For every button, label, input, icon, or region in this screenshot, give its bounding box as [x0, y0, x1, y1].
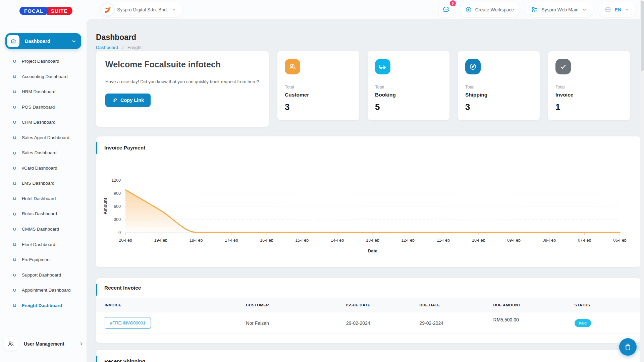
sidebar-item-accounting-dashboard[interactable]: Accounting Dashboard	[0, 69, 87, 84]
invoice-issue-date: 29-02-2024	[346, 320, 420, 326]
svg-text:15-Feb: 15-Feb	[296, 238, 309, 243]
page-title: Dashboard	[96, 33, 136, 42]
bullet-icon	[13, 136, 16, 139]
svg-text:0: 0	[118, 230, 121, 235]
stat-label: Total	[555, 84, 623, 89]
scrollbar[interactable]	[640, 0, 644, 362]
sidebar-item-cmms-dashboard[interactable]: CMMS Dashboard	[0, 222, 87, 237]
copy-link-label: Copy Link	[120, 98, 144, 103]
welcome-title: Welcome Focalsuite infotech	[105, 60, 259, 69]
invoice-payment-chart-area: 0300600900120020-Feb19-Feb18-Feb17-Feb16…	[96, 159, 641, 265]
svg-text:18-Feb: 18-Feb	[190, 238, 203, 243]
invoice-payment-chart: 0300600900120020-Feb19-Feb18-Feb17-Feb16…	[99, 161, 638, 265]
bullet-icon	[13, 90, 16, 94]
breadcrumb: Dashboard Freight	[96, 45, 142, 50]
welcome-card: Welcome Focalsuite infotech Have a nice …	[96, 51, 269, 127]
scrollbar-thumb[interactable]	[641, 1, 644, 71]
chevron-down-icon	[582, 7, 587, 12]
sidebar-item-sales-dashboard[interactable]: Sales Dashboard	[0, 145, 87, 161]
language-label: EN	[615, 7, 621, 12]
sidebar-item-fix-equipment[interactable]: Fix Equipment	[0, 252, 87, 267]
section-accent	[96, 284, 97, 296]
chevron-down-icon	[171, 7, 176, 12]
copy-link-button[interactable]: Copy Link	[105, 94, 151, 107]
chat-icon	[442, 5, 450, 14]
check-icon	[555, 59, 571, 74]
sidebar-item-user-management[interactable]: User Management	[4, 337, 84, 351]
section-accent	[96, 356, 97, 362]
bullet-icon	[13, 75, 16, 78]
invoice-table-row: #FRE-INVO00001 Nor Faizah 29-02-2024 29-…	[96, 312, 641, 334]
invoice-customer: Nor Faizah	[246, 320, 346, 326]
sidebar-item-freight-dashboard[interactable]: Freight Dashboard	[0, 298, 87, 313]
column-status: STATUS	[575, 303, 632, 307]
stat-name: Shipping	[465, 92, 532, 98]
logo-suite: SUITE	[45, 7, 72, 15]
invoice-due-date: 29-02-2024	[419, 320, 493, 326]
sidebar-item-project-dashboard[interactable]: Project Dashboard	[0, 54, 87, 69]
quick-action-fab[interactable]	[619, 338, 637, 356]
bullet-icon	[13, 212, 16, 216]
svg-text:12-Feb: 12-Feb	[401, 238, 415, 243]
sidebar-item-hotel-dashboard[interactable]: Hotel Dashboard	[0, 191, 87, 206]
recent-invoice-card: Recent Invoice INVOICE CUSTOMER ISSUE DA…	[96, 278, 641, 343]
globe-icon	[604, 6, 611, 13]
bullet-icon	[13, 59, 16, 63]
svg-text:13-Feb: 13-Feb	[366, 238, 379, 243]
breadcrumb-separator-icon	[121, 46, 125, 50]
svg-text:1200: 1200	[111, 178, 121, 183]
compass-icon	[465, 59, 481, 74]
svg-text:09-Feb: 09-Feb	[507, 238, 521, 243]
invoice-payment-header: Invoice Payment	[96, 136, 641, 159]
sidebar-item-pos-dashboard[interactable]: POS Dashboard	[0, 100, 87, 115]
column-customer: CUSTOMER	[246, 303, 346, 307]
svg-text:06-Feb: 06-Feb	[613, 238, 627, 243]
bullet-icon	[13, 304, 16, 307]
sidebar-item-fleet-dashboard[interactable]: Fleet Dashboard	[0, 237, 87, 252]
chat-button[interactable]: 0	[439, 2, 454, 17]
grid-plus-icon	[531, 6, 538, 13]
svg-text:08-Feb: 08-Feb	[543, 238, 556, 243]
recent-shipping-header: Recent Shipping	[96, 350, 641, 362]
create-workspace-button[interactable]: Create Workspace	[459, 2, 520, 17]
stat-label: Total	[465, 84, 532, 89]
sidebar-item-appointment-dashboard[interactable]: Appointment Dashboard	[0, 283, 87, 298]
recent-shipping-title: Recent Shipping	[104, 358, 145, 362]
sidebar-item-vcard-dashboard[interactable]: vCard Dashboard	[0, 161, 87, 176]
bullet-icon	[13, 227, 16, 231]
users-icon	[4, 337, 18, 351]
svg-text:20-Feb: 20-Feb	[119, 238, 132, 243]
sidebar-footer-label: User Management	[24, 341, 79, 347]
status-badge[interactable]: Paid	[575, 319, 591, 327]
language-selector[interactable]: EN	[598, 2, 636, 17]
svg-text:11-Feb: 11-Feb	[437, 238, 450, 243]
invoice-payment-card: Invoice Payment 0300600900120020-Feb19-F…	[96, 136, 641, 267]
column-due-amount: DUE AMOUNT	[493, 303, 575, 307]
app-menu-selector[interactable]: Syspro Web Main	[525, 2, 593, 17]
workspace-logo-icon	[101, 3, 114, 16]
column-issue-date: ISSUE DATE	[346, 303, 420, 307]
sidebar-item-lms-dashboard[interactable]: LMS Dashboard	[0, 176, 87, 191]
chat-badge: 0	[450, 0, 456, 6]
bullet-icon	[13, 151, 16, 155]
invoice-number-link[interactable]: #FRE-INVO00001	[105, 317, 151, 329]
sidebar-item-crm-dashboard[interactable]: CRM Dashboard	[0, 115, 87, 130]
chevron-right-icon	[79, 341, 84, 346]
recent-invoice-header: Recent Invoice	[96, 278, 641, 298]
sidebar-item-support-dashboard[interactable]: Support Dashboard	[0, 267, 87, 283]
breadcrumb-dashboard-link[interactable]: Dashboard	[96, 45, 118, 50]
stat-name: Invoice	[555, 92, 623, 98]
sidebar-group-dashboard[interactable]: Dashboard	[5, 33, 81, 49]
bullet-icon	[13, 243, 16, 246]
sidebar-item-hrm-dashboard[interactable]: HRM Dashboard	[0, 84, 87, 100]
invoice-table-header: INVOICE CUSTOMER ISSUE DATE DUE DATE DUE…	[96, 298, 641, 312]
stat-card-invoice: Total Invoice 1	[548, 51, 630, 120]
sidebar-item-sales-agent-dashboard[interactable]: Sales Agent Dashboard	[0, 130, 87, 145]
plus-circle-icon	[465, 6, 472, 13]
welcome-message: Have a nice day! Did you know that you c…	[105, 78, 263, 85]
workspace-selector[interactable]: Syspro Digital Sdn. Bhd.	[99, 2, 182, 17]
bullet-icon	[13, 273, 16, 277]
sidebar-item-rotas-dashboard[interactable]: Rotas Dashboard	[0, 206, 87, 222]
column-due-date: DUE DATE	[419, 303, 493, 307]
svg-text:Date: Date	[368, 248, 377, 253]
